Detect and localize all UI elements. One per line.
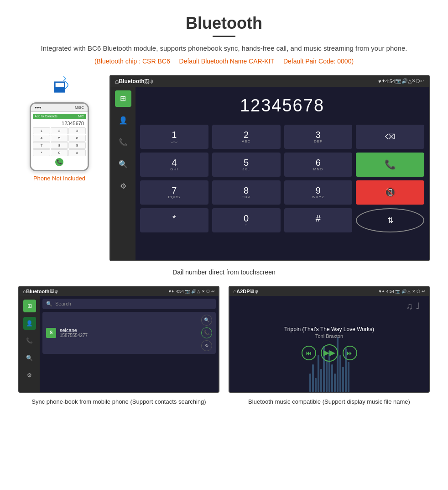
search-icon: 🔍: [46, 301, 52, 307]
phonebook-sidebar: ⊞ 👤 📞 🔍 ⚙: [19, 296, 40, 392]
phonebook-media-icon: 🖼 ψ: [50, 289, 58, 294]
contact-search-button[interactable]: 🔍: [201, 315, 212, 326]
back-icon[interactable]: ↩: [420, 78, 424, 84]
screen-topbar: ⌂ Bluetooth 🖼 ψ ♥ ✦ 4:54 📷 🔊 △ ✕ ⬡ ↩: [110, 76, 429, 87]
key-5[interactable]: 5JKL: [212, 153, 281, 177]
music-status-icons: ♥✦ 4:54 📷 🔊 △ ✕ ⬡ ↩: [379, 289, 425, 294]
phonebook-main: 🔍 Search S seicane 15875554277 🔍 📞 ↻: [40, 296, 219, 392]
usb-icon: ψ: [149, 79, 153, 84]
sidebar-apps-icon[interactable]: ⊞: [115, 90, 131, 107]
pb-contacts-icon[interactable]: 👤: [23, 317, 36, 330]
music-media-icon: 🖼 ψ: [250, 289, 258, 294]
sidebar-settings-icon[interactable]: ⚙: [115, 178, 131, 195]
search-placeholder: Search: [55, 301, 71, 306]
pb-search-icon[interactable]: 🔍: [23, 352, 36, 364]
contact-phone: 15875554277: [60, 333, 201, 338]
phone-contact-label: Add to Contacts: [35, 115, 57, 118]
spec-chip: (Bluetooth chip : CSR BC6: [94, 58, 170, 65]
key-2[interactable]: 2ABC: [212, 125, 281, 149]
bluetooth-icon-container: ⬓: [46, 75, 73, 98]
contact-avatar: S: [46, 328, 56, 338]
main-caption: Dail number direct from touchscreen: [18, 269, 430, 276]
title-divider: [213, 36, 235, 37]
media-icon: 🖼: [144, 79, 149, 84]
phone-call-button[interactable]: 📞: [55, 158, 63, 166]
key-hash[interactable]: #: [284, 208, 353, 232]
song-title: Trippin (That's The Way Love Works): [284, 326, 374, 332]
phonebook-title: Bluetooth: [26, 289, 49, 294]
key-9[interactable]: 9WXYZ: [284, 180, 353, 205]
phone-number: 12345678: [33, 120, 86, 126]
music-topbar: ⌂ A2DP 🖼 ψ ♥✦ 4:54 📷 🔊 △ ✕ ⬡ ↩: [229, 287, 429, 296]
music-home-icon[interactable]: ⌂: [233, 288, 236, 295]
home-icon[interactable]: ⌂: [115, 78, 119, 85]
contact-row[interactable]: S seicane 15875554277 🔍 📞 ↻: [42, 312, 216, 354]
bluetooth-status-icon: ✦: [381, 78, 385, 84]
camera-icon: 📷: [395, 78, 401, 84]
key-1[interactable]: 1◡◡: [140, 125, 208, 149]
music-visualizer: [229, 296, 429, 392]
music-screen: ⌂ A2DP 🖼 ψ ♥✦ 4:54 📷 🔊 △ ✕ ⬡ ↩: [229, 286, 430, 393]
next-button[interactable]: ⏭: [343, 346, 357, 360]
specs-row: (Bluetooth chip : CSR BC6 Default Blueto…: [18, 58, 430, 65]
dialed-number: 12345678: [240, 96, 324, 116]
time-display: 4:54: [385, 79, 395, 84]
keypad-grid: 1◡◡ 2ABC 3DEF ⌫ 4GHI 5JKL 6MNO 📞 7PQRS: [140, 125, 424, 232]
close-icon[interactable]: ✕: [412, 78, 416, 84]
menu-icon[interactable]: ⬡: [416, 78, 420, 84]
page-description: Integrated with BC6 Bluetooth module, su…: [18, 43, 430, 54]
play-button[interactable]: ▶▶: [321, 344, 338, 362]
phonebook-status-icons: ♥✦ 4:54 📷 🔊 △ ✕ ⬡ ↩: [169, 289, 215, 294]
prev-button[interactable]: ⏮: [302, 346, 316, 360]
key-8[interactable]: 8TUV: [212, 180, 281, 205]
phonebook-caption: Sync phone-book from mobile phone (Suppo…: [31, 397, 206, 406]
key-3[interactable]: 3DEF: [284, 125, 353, 149]
phonebook-home-icon[interactable]: ⌂: [23, 288, 26, 295]
contact-call-button[interactable]: 📞: [201, 327, 212, 338]
page-title: Bluetooth: [18, 14, 430, 33]
key-end[interactable]: 📵: [356, 180, 424, 205]
contact-info: seicane 15875554277: [60, 327, 201, 338]
key-call[interactable]: 📞: [356, 153, 424, 177]
pb-calls-icon[interactable]: 📞: [23, 334, 36, 347]
sidebar-search-icon[interactable]: 🔍: [115, 156, 131, 173]
car-screen: ⌂ Bluetooth 🖼 ψ ♥ ✦ 4:54 📷 🔊 △ ✕ ⬡ ↩ ⊞ 👤…: [109, 75, 430, 261]
screen-dialer: 12345678 1◡◡ 2ABC 3DEF ⌫ 4GHI 5JKL 6MNO …: [135, 87, 429, 260]
contact-name: seicane: [60, 327, 201, 333]
key-4[interactable]: 4GHI: [140, 153, 208, 177]
key-6[interactable]: 6MNO: [284, 153, 353, 177]
eject-icon[interactable]: △: [408, 78, 412, 84]
music-title: A2DP: [236, 289, 250, 294]
key-7[interactable]: 7PQRS: [140, 180, 208, 205]
search-bar[interactable]: 🔍 Search: [42, 299, 216, 309]
key-swap[interactable]: ⇅: [356, 208, 424, 232]
music-controls: ⏮ ▶▶ ⏭: [302, 344, 357, 362]
sidebar-contacts-icon[interactable]: 👤: [115, 112, 131, 129]
phonebook-screen: ⌂ Bluetooth 🖼 ψ ♥✦ 4:54 📷 🔊 △ ✕ ⬡ ↩ ⊞ 👤 …: [18, 286, 219, 393]
spec-name: Default Bluetooth Name CAR-KIT: [179, 58, 275, 65]
phonebook-topbar: ⌂ Bluetooth 🖼 ψ ♥✦ 4:54 📷 🔊 △ ✕ ⬡ ↩: [19, 287, 219, 296]
spec-code: Default Pair Code: 0000): [283, 58, 354, 65]
music-main: ♫ ♩ Trippin (That's The Way Love Works) …: [229, 296, 429, 392]
phone-mockup: ●●●MISC Add to Contacts MIC 12345678 123…: [30, 102, 89, 171]
screen-title-label: Bluetooth: [119, 78, 144, 84]
phone-keypad: 123 456 789 *0#: [33, 127, 86, 156]
key-0[interactable]: 0+: [212, 208, 281, 232]
pb-apps-icon[interactable]: ⊞: [23, 300, 36, 312]
contact-refresh-button[interactable]: ↻: [201, 340, 212, 351]
key-backspace[interactable]: ⌫: [356, 125, 424, 149]
pb-settings-icon[interactable]: ⚙: [23, 369, 36, 382]
music-caption: Bluetooth music compatible (Support disp…: [248, 397, 410, 406]
key-star[interactable]: *: [140, 208, 208, 232]
screen-sidebar: ⊞ 👤 📞 🔍 ⚙: [110, 87, 135, 260]
sidebar-calls-icon[interactable]: 📞: [115, 134, 131, 151]
signal-arcs: [62, 77, 68, 88]
phone-not-included-label: Phone Not Included: [33, 175, 85, 182]
artist-name: Toni Braxton: [315, 333, 343, 339]
volume-icon[interactable]: 🔊: [401, 78, 408, 84]
music-notes: ♫ ♩: [406, 300, 420, 311]
